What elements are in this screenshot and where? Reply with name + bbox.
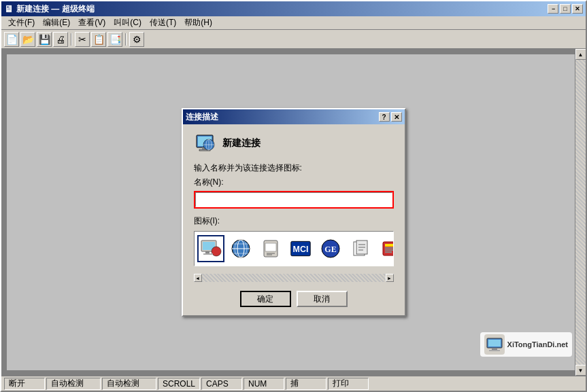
status-auto-detect-1: 自动检测: [46, 378, 101, 390]
toolbar-settings[interactable]: ⚙: [129, 32, 144, 47]
svg-text:GE: GE: [324, 245, 336, 254]
work-area: ▲ ▼ 连接描述 ? ✕: [1, 49, 586, 376]
toolbar-save[interactable]: 💾: [37, 32, 52, 47]
new-icon: 📄: [6, 34, 18, 45]
cut-icon: ✂: [78, 34, 86, 45]
name-input[interactable]: [195, 192, 392, 207]
svg-rect-36: [385, 251, 392, 253]
menu-call[interactable]: 叫叫(C): [110, 16, 146, 30]
menu-view[interactable]: 查看(V): [74, 16, 110, 30]
print-icon: 🖨: [56, 34, 65, 45]
dialog-content: 新建连接 输入名称并为该连接选择图标: 名称(N): 图标(I):: [183, 124, 405, 315]
title-bar: 🖥 新建连接 — 超级终端 － □ ✕: [1, 1, 586, 16]
status-print: 打印: [328, 378, 369, 390]
toolbar-separator-2: [125, 33, 127, 46]
svg-rect-35: [385, 249, 394, 251]
scroll-down-button[interactable]: ▼: [575, 365, 586, 376]
dialog-header-title: 新建连接: [222, 137, 261, 149]
toolbar-copy[interactable]: 📋: [91, 32, 106, 47]
title-bar-text: 🖥 新建连接 — 超级终端: [4, 3, 95, 15]
dialog-prompt: 输入名称并为该连接选择图标:: [194, 162, 394, 174]
menu-bar: 文件(F) 编辑(E) 查看(V) 叫叫(C) 传送(T) 帮助(H): [1, 16, 586, 30]
dialog-help-button[interactable]: ?: [379, 112, 390, 122]
svg-rect-39: [488, 340, 501, 346]
scroll-up-button[interactable]: ▲: [575, 49, 586, 60]
icon-item-3[interactable]: MCI: [287, 235, 314, 262]
toolbar-paste[interactable]: 📑: [107, 32, 122, 47]
copy-icon: 📋: [93, 34, 105, 45]
dialog-title: 连接描述: [186, 111, 218, 123]
status-caps: CAPS: [201, 378, 242, 390]
icon-item-0[interactable]: [197, 235, 224, 262]
status-auto-detect-2: 自动检测: [102, 378, 156, 390]
icon-item-4[interactable]: GE: [317, 235, 344, 262]
svg-rect-12: [203, 253, 213, 255]
scroll-track: [575, 60, 586, 365]
status-scroll: SCROLL: [158, 378, 200, 390]
icon-selector: MCI GE: [194, 231, 394, 266]
save-icon: 💾: [39, 34, 50, 45]
icon-scroll-left-btn[interactable]: ◄: [194, 274, 202, 282]
minimize-button[interactable]: －: [548, 4, 558, 14]
icon-scroll-right-btn[interactable]: ►: [386, 274, 394, 282]
svg-rect-40: [492, 348, 497, 350]
dialog-close-button[interactable]: ✕: [391, 112, 402, 122]
toolbar-new[interactable]: 📄: [4, 32, 19, 47]
menu-transfer[interactable]: 传送(T): [146, 16, 180, 30]
connection-description-dialog: 连接描述 ? ✕: [182, 108, 406, 317]
toolbar-separator-1: [71, 33, 72, 46]
icon-item-1[interactable]: [227, 235, 254, 262]
icon-scrollbar-track[interactable]: [202, 274, 386, 282]
paste-icon: 📑: [110, 34, 121, 45]
dialog-header: 新建连接: [194, 132, 394, 154]
svg-point-7: [206, 139, 212, 150]
icon-item-5[interactable]: [347, 235, 374, 262]
icon-document: [350, 238, 371, 260]
cancel-button[interactable]: 取消: [297, 291, 348, 307]
watermark: XiTongTianDi.net: [480, 332, 572, 357]
dialog-buttons: 确定 取消: [194, 291, 394, 307]
watermark-text: XiTongTianDi.net: [507, 340, 568, 349]
icon-scrollbar: ◄ ►: [194, 273, 394, 283]
status-capture: 捕: [286, 378, 326, 390]
icon-globe-computer: [200, 238, 222, 260]
main-window: 🖥 新建连接 — 超级终端 － □ ✕ 文件(F) 编辑(E) 查看(V) 叫叫…: [0, 0, 587, 392]
icon-phone: [260, 238, 282, 260]
icon-item-2[interactable]: [257, 235, 284, 262]
open-icon: 📂: [22, 34, 34, 45]
menu-edit[interactable]: 编辑(E): [39, 16, 74, 30]
ok-button[interactable]: 确定: [240, 291, 291, 307]
toolbar-open[interactable]: 📂: [20, 32, 35, 47]
icon-wrench: [380, 238, 394, 260]
dialog-title-bar: 连接描述 ? ✕: [183, 109, 405, 124]
icon-mci: MCI: [290, 238, 312, 260]
close-button[interactable]: ✕: [572, 4, 583, 14]
dialog-title-buttons: ? ✕: [379, 112, 402, 122]
window-title: 新建连接 — 超级终端: [16, 3, 95, 15]
computer-icon: [194, 132, 216, 154]
svg-rect-20: [265, 243, 276, 251]
status-num: NUM: [244, 378, 284, 390]
status-bar: 断开 自动检测 自动检测 SCROLL CAPS NUM 捕 打印: [1, 376, 586, 391]
vertical-scrollbar[interactable]: ▲ ▼: [575, 49, 586, 376]
menu-file[interactable]: 文件(F): [4, 16, 39, 30]
name-input-container: [194, 191, 394, 209]
name-label: 名称(N):: [194, 177, 394, 188]
svg-text:MCI: MCI: [292, 245, 308, 254]
toolbar: 📄 📂 💾 🖨 ✂ 📋 📑 ⚙: [1, 30, 586, 49]
icon-label: 图标(I):: [194, 215, 394, 227]
dialog-header-icon: [194, 132, 216, 154]
menu-help[interactable]: 帮助(H): [180, 16, 216, 30]
icon-globe: [230, 238, 252, 260]
icon-ge: GE: [320, 238, 341, 260]
svg-rect-34: [385, 247, 394, 249]
icon-item-6[interactable]: [377, 235, 394, 262]
toolbar-cut[interactable]: ✂: [75, 32, 90, 47]
svg-rect-41: [489, 350, 500, 351]
svg-rect-33: [385, 244, 394, 247]
settings-icon: ⚙: [133, 34, 141, 45]
title-bar-buttons: － □ ✕: [548, 4, 583, 14]
toolbar-print[interactable]: 🖨: [53, 32, 68, 47]
window-title-icon: 🖥: [4, 3, 14, 14]
maximize-button[interactable]: □: [560, 4, 571, 14]
